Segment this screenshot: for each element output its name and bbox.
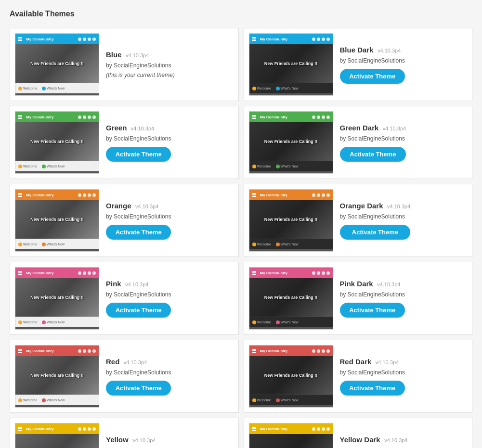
themes-grid: My Community New Friends are Calling !! …: [10, 28, 472, 448]
footer-dot-whatsnew: [42, 243, 46, 246]
footer-whatsnew-text: What's New: [281, 320, 299, 324]
theme-item-blue-dark: My Community New Friends are Calling !! …: [244, 28, 473, 101]
theme-preview-yellow-dark: My Community New Friends are Calling !! …: [249, 423, 333, 448]
bar-icons: [78, 427, 96, 431]
footer-whatsnew: What's New: [276, 87, 299, 90]
theme-author-text: by SocialEngineSolutions: [106, 291, 171, 298]
footer-whatsnew: What's New: [42, 165, 65, 168]
footer-whatsnew: What's New: [276, 243, 299, 246]
preview-image-area: New Friends are Calling !!: [249, 122, 333, 161]
theme-author-text: by SocialEngineSolutions: [340, 369, 405, 376]
bar-title: My Community: [26, 271, 76, 275]
activate-theme-button-orange-dark[interactable]: Activate Theme: [340, 225, 411, 240]
preview-footer: Welcome What's New: [15, 317, 99, 327]
bar-title: My Community: [260, 427, 310, 431]
footer-whatsnew: What's New: [276, 165, 299, 168]
theme-version-text: v4.10.3p4: [135, 204, 158, 209]
activate-theme-button-green[interactable]: Activate Theme: [106, 147, 171, 162]
theme-version-text: v4.10.3p4: [383, 126, 406, 131]
bar-icon-bell: [312, 427, 315, 431]
bar-icon-bell: [78, 271, 81, 275]
theme-item-pink: My Community New Friends are Calling !! …: [10, 262, 239, 335]
theme-item-yellow-dark: My Community New Friends are Calling !! …: [244, 418, 473, 448]
preview-overlay-text: New Friends are Calling !!: [30, 61, 84, 66]
theme-preview-blue-dark: My Community New Friends are Calling !! …: [249, 33, 333, 96]
bar-menu-icon: [18, 427, 22, 431]
footer-whatsnew-text: What's New: [281, 165, 299, 168]
theme-version-text: v4.10.3p4: [132, 437, 156, 443]
bar-icon-bell: [78, 427, 81, 431]
theme-info-pink-dark: Pink Dark v4.10.3p4 by SocialEngineSolut…: [340, 280, 405, 318]
footer-dot-welcome: [252, 398, 256, 402]
bar-icon-bell: [78, 38, 81, 41]
bar-icon-chat: [317, 38, 320, 41]
footer-dot-welcome: [252, 87, 256, 90]
bar-icon-bell: [312, 271, 315, 275]
bar-icon-bell: [312, 38, 315, 41]
bar-icon-user: [322, 271, 325, 275]
theme-info-green: Green v4.10.3p4 by SocialEngineSolutions…: [106, 124, 171, 162]
theme-author-text: by SocialEngineSolutions: [340, 135, 406, 142]
activate-theme-button-pink[interactable]: Activate Theme: [106, 303, 171, 318]
footer-welcome-text: Welcome: [257, 398, 271, 402]
theme-preview-pink-dark: My Community New Friends are Calling !! …: [249, 267, 333, 330]
bar-icon-user: [88, 38, 91, 41]
bar-title: My Community: [26, 37, 76, 41]
bar-title: My Community: [26, 193, 76, 197]
theme-name-orange: Orange v4.10.3p4: [106, 202, 171, 210]
theme-preview-red-dark: My Community New Friends are Calling !! …: [249, 345, 333, 408]
bar-menu-icon: [18, 271, 22, 275]
theme-name-blue: Blue v4.10.3p4: [106, 51, 175, 59]
bar-icons: [312, 271, 330, 275]
footer-whatsnew: What's New: [42, 398, 65, 402]
bar-icon-search: [326, 349, 330, 353]
activate-theme-button-green-dark[interactable]: Activate Theme: [340, 147, 406, 162]
preview-overlay-text: New Friends are Calling !!: [30, 373, 84, 378]
theme-name-text: Orange: [106, 202, 131, 210]
bar-title: My Community: [26, 349, 76, 353]
footer-welcome: Welcome: [18, 87, 37, 90]
theme-name-pink: Pink v4.10.3p4: [106, 280, 171, 288]
theme-version-text: v4.10.3p4: [378, 48, 401, 53]
footer-welcome-text: Welcome: [257, 87, 271, 90]
theme-name-text: Yellow Dark: [340, 435, 380, 444]
theme-author-text: by SocialEngineSolutions: [106, 213, 171, 220]
bar-icon-chat: [83, 193, 86, 197]
preview-image-area: New Friends are Calling !!: [249, 200, 333, 239]
footer-dot-welcome: [252, 165, 256, 168]
bar-icons: [312, 349, 330, 353]
footer-whatsnew: What's New: [42, 87, 65, 90]
preview-overlay-text: New Friends are Calling !!: [264, 373, 318, 378]
preview-image-area: New Friends are Calling !!: [249, 434, 333, 448]
theme-item-red: My Community New Friends are Calling !! …: [10, 340, 239, 413]
preview-footer: Welcome What's New: [249, 83, 333, 93]
footer-dot-whatsnew: [42, 398, 46, 402]
theme-info-red-dark: Red Dark v4.10.3p4 by SocialEngineSoluti…: [340, 358, 405, 396]
activate-theme-button-pink-dark[interactable]: Activate Theme: [340, 303, 405, 318]
activate-theme-button-red[interactable]: Activate Theme: [106, 381, 171, 396]
theme-version-text: v4.10.3p4: [125, 282, 148, 287]
bar-icon-chat: [317, 427, 320, 431]
preview-overlay-text: New Friends are Calling !!: [30, 139, 84, 144]
footer-welcome-text: Welcome: [257, 165, 271, 168]
activate-theme-button-red-dark[interactable]: Activate Theme: [340, 381, 405, 396]
bar-icon-user: [88, 193, 91, 197]
theme-version-text: v4.10.3p4: [376, 359, 399, 365]
bar-icon-chat: [317, 193, 320, 197]
bar-title: My Community: [260, 37, 310, 41]
footer-whatsnew-text: What's New: [281, 243, 299, 246]
bar-icon-bell: [312, 115, 315, 119]
activate-theme-button-blue-dark[interactable]: Activate Theme: [340, 69, 405, 84]
bar-icon-user: [88, 115, 91, 119]
bar-icon-chat: [317, 115, 320, 119]
bar-icon-search: [326, 271, 330, 275]
theme-version-text: v4.10.3p4: [124, 359, 147, 365]
footer-whatsnew-text: What's New: [47, 165, 65, 168]
activate-theme-button-orange[interactable]: Activate Theme: [106, 225, 171, 240]
bar-icons: [312, 38, 330, 41]
bar-icons: [78, 271, 96, 275]
bar-menu-icon: [18, 115, 22, 119]
bar-icon-search: [92, 38, 96, 41]
theme-item-yellow: My Community New Friends are Calling !! …: [10, 418, 239, 448]
theme-info-yellow: Yellow v4.10.3p4 by SocialEngineSolution…: [106, 435, 171, 448]
